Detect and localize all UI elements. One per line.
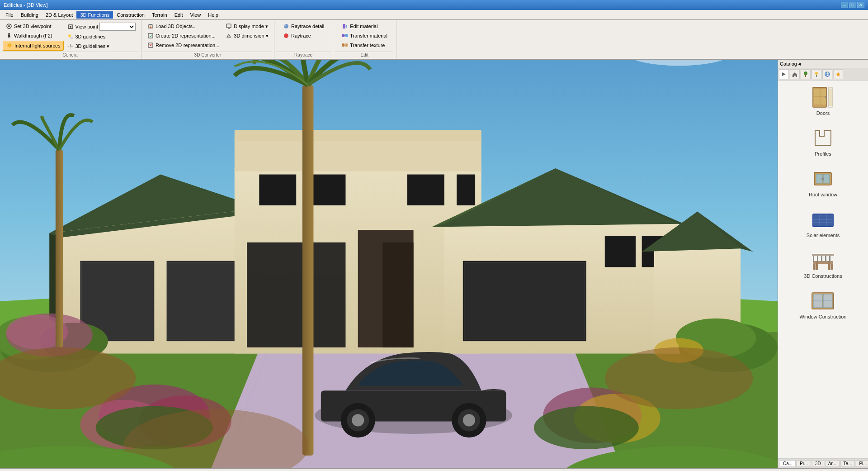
3d-viewport[interactable] bbox=[0, 60, 778, 468]
maximize-button[interactable]: □ bbox=[849, 2, 856, 8]
svg-point-17 bbox=[284, 24, 286, 26]
constructions-label: 3D Constructions bbox=[804, 273, 842, 279]
load-3d-objects-button[interactable]: Load 3D Objects... bbox=[144, 22, 222, 31]
3d-dimension-button[interactable]: 3D dimension ▾ bbox=[222, 31, 271, 40]
section-edit-label: Edit bbox=[335, 52, 394, 58]
svg-point-18 bbox=[284, 33, 288, 38]
ribbon-converter-content: Load 3D Objects... Create 2D representat… bbox=[143, 21, 272, 52]
ribbon-raytrace-content: Raytrace detail Raytrace bbox=[279, 21, 328, 52]
catalog-item-solar[interactable]: Solar elements bbox=[782, 206, 864, 240]
svg-point-2 bbox=[8, 33, 10, 35]
view-point-icon bbox=[67, 23, 74, 30]
remove-2d-rep-button[interactable]: Remove 2D-representation... bbox=[144, 41, 222, 50]
ribbon-edit-col: Edit material Transfer material Transfer… bbox=[339, 22, 390, 50]
ribbon: Set 3D viewpoint Walkthrough (F2) Intern… bbox=[0, 20, 868, 60]
menu-edit[interactable]: Edit bbox=[171, 11, 187, 19]
menu-file[interactable]: File bbox=[2, 11, 17, 19]
svg-point-91 bbox=[534, 406, 639, 449]
svg-rect-116 bbox=[821, 178, 824, 180]
raytrace-button[interactable]: Raytrace bbox=[280, 31, 327, 40]
shadow-icon bbox=[67, 33, 74, 40]
remove-2d-icon bbox=[147, 42, 154, 49]
catalog-tab-lamp[interactable] bbox=[811, 69, 821, 79]
catalog-bottom-tab-pr[interactable]: Pr... bbox=[797, 460, 811, 467]
ribbon-section-converter: Load 3D Objects... Create 2D representat… bbox=[142, 20, 274, 59]
create-2d-icon bbox=[147, 32, 154, 39]
minimize-button[interactable]: ─ bbox=[841, 2, 848, 8]
catalog-expand-icon[interactable]: ◂ bbox=[798, 61, 801, 67]
svg-marker-104 bbox=[836, 72, 840, 76]
simulate-shadow-button[interactable]: 3D guidelines bbox=[64, 32, 139, 41]
svg-point-110 bbox=[825, 96, 826, 98]
catalog-bottom-tab-3d[interactable]: 3D bbox=[812, 460, 824, 467]
menu-construction[interactable]: Construction bbox=[113, 11, 148, 19]
ribbon-converter-col1: Load 3D Objects... Create 2D representat… bbox=[144, 22, 222, 50]
svg-rect-47 bbox=[235, 138, 481, 171]
catalog-bottom-tab-ca[interactable]: Ca... bbox=[780, 460, 796, 467]
catalog-bottom-tab-pl[interactable]: Pl... bbox=[856, 460, 868, 467]
catalog-tab-star[interactable] bbox=[833, 69, 843, 79]
ribbon-general-content: Set 3D viewpoint Walkthrough (F2) Intern… bbox=[2, 21, 139, 52]
catalog-bottom-tab-ar[interactable]: Ar... bbox=[825, 460, 840, 467]
display-mode-button[interactable]: Display mode ▾ bbox=[222, 22, 271, 31]
ribbon-edit-content: Edit material Transfer material Transfer… bbox=[338, 21, 391, 52]
transfer-texture-icon bbox=[341, 42, 349, 49]
display-mode-label: Display mode ▾ bbox=[234, 24, 268, 29]
menu-building[interactable]: Building bbox=[17, 11, 42, 19]
view-point-button[interactable]: View point bbox=[64, 22, 139, 32]
catalog-item-doors[interactable]: Doors bbox=[782, 84, 864, 118]
3d-dimension-label: 3D dimension ▾ bbox=[234, 33, 268, 39]
svg-rect-23 bbox=[342, 43, 344, 47]
svg-rect-48 bbox=[235, 130, 481, 141]
svg-point-93 bbox=[605, 347, 753, 409]
catalog-tab-tree[interactable] bbox=[801, 69, 811, 79]
catalog-item-profiles[interactable]: Profiles bbox=[782, 125, 864, 158]
guidelines-icon bbox=[67, 43, 74, 50]
svg-rect-55 bbox=[382, 243, 413, 347]
3d-scene bbox=[0, 60, 778, 468]
catalog-item-constructions[interactable]: 3D Constructions bbox=[782, 247, 864, 281]
svg-rect-51 bbox=[407, 175, 444, 205]
raytrace-detail-button[interactable]: Raytrace detail bbox=[280, 22, 327, 31]
3d-guidelines-button[interactable]: 3D guidelines ▾ bbox=[64, 42, 139, 51]
menu-terrain[interactable]: Terrain bbox=[148, 11, 171, 19]
menu-view[interactable]: View bbox=[187, 11, 205, 19]
catalog-tab-globe[interactable] bbox=[822, 69, 832, 79]
display-mode-icon bbox=[225, 23, 232, 30]
internal-light-sources-button[interactable]: Internal light sources bbox=[3, 41, 64, 51]
transfer-material-button[interactable]: Transfer material bbox=[339, 31, 390, 40]
view-point-label: View point bbox=[75, 24, 99, 29]
titlebar-controls[interactable]: ─ □ ✕ bbox=[841, 2, 864, 8]
transfer-texture-button[interactable]: Transfer texture bbox=[339, 41, 390, 50]
svg-rect-132 bbox=[829, 256, 830, 262]
catalog-item-window-construction[interactable]: Window Construction bbox=[782, 288, 864, 321]
set-3d-viewpoint-button[interactable]: Set 3D viewpoint bbox=[3, 22, 64, 31]
catalog-item-roof-window[interactable]: Roof window bbox=[782, 166, 864, 199]
svg-point-16 bbox=[284, 24, 288, 29]
svg-rect-100 bbox=[816, 75, 817, 77]
ribbon-section-edit: Edit material Transfer material Transfer… bbox=[333, 20, 396, 59]
svg-rect-21 bbox=[342, 34, 344, 37]
svg-rect-128 bbox=[813, 256, 814, 262]
catalog-bottom-tab-te[interactable]: Te... bbox=[840, 460, 855, 467]
ribbon-section-raytrace: Raytrace detail Raytrace Raytrace bbox=[274, 20, 333, 59]
catalog-tab-house[interactable] bbox=[790, 69, 800, 79]
svg-point-5 bbox=[70, 26, 71, 28]
edit-material-button[interactable]: Edit material bbox=[339, 22, 390, 31]
ribbon-raytrace-col: Raytrace detail Raytrace bbox=[280, 22, 327, 40]
view-point-select[interactable] bbox=[99, 23, 136, 31]
menu-2d-layout[interactable]: 2D & Layout bbox=[42, 11, 77, 19]
svg-rect-19 bbox=[343, 24, 345, 29]
window-construction-icon bbox=[810, 290, 837, 312]
menu-3d-functions[interactable]: 3D Functions bbox=[76, 11, 113, 19]
svg-rect-117 bbox=[813, 214, 833, 227]
walkthrough-button[interactable]: Walkthrough (F2) bbox=[3, 31, 64, 40]
menubar: File Building 2D & Layout 3D Functions C… bbox=[0, 10, 868, 20]
section-converter-label: 3D Converter bbox=[143, 52, 272, 58]
roof-window-icon bbox=[810, 167, 837, 190]
close-button[interactable]: ✕ bbox=[857, 2, 864, 8]
create-2d-rep-button[interactable]: Create 2D representation... bbox=[144, 31, 222, 40]
catalog-tab-arrow[interactable] bbox=[779, 69, 789, 79]
menu-help[interactable]: Help bbox=[204, 11, 222, 19]
catalog-bottom-tabs: Ca... Pr... 3D Ar... Te... Pl... bbox=[778, 458, 868, 468]
